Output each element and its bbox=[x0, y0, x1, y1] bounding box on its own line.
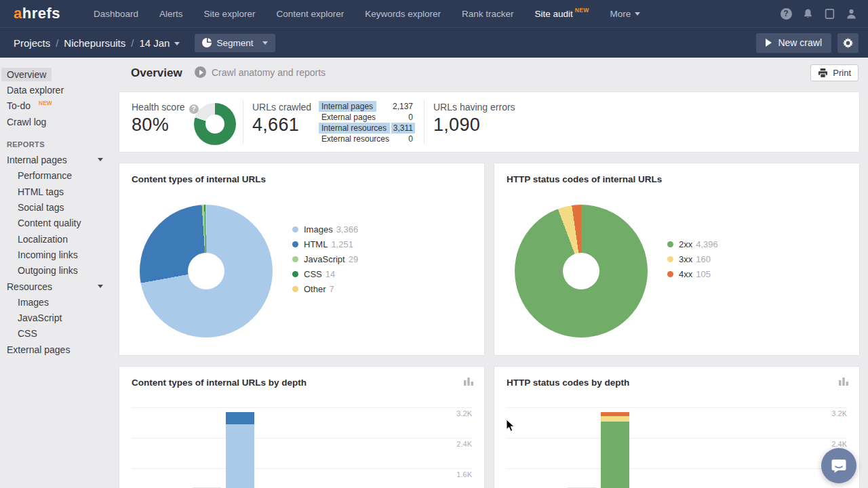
status-codes-donut-chart[interactable] bbox=[515, 205, 648, 338]
legend-value: 3,366 bbox=[336, 224, 359, 235]
sidebar-item-html-tags[interactable]: HTML tags bbox=[0, 184, 119, 199]
sidebar-item-resources[interactable]: Resources bbox=[0, 279, 119, 294]
gridline bbox=[507, 438, 847, 439]
sidebar-item-css[interactable]: CSS bbox=[0, 326, 119, 342]
legend-item-4xx[interactable]: 4xx105 bbox=[667, 269, 718, 279]
bar-segment-3xx[interactable] bbox=[601, 416, 629, 422]
sidebar-item-overview[interactable]: Overview bbox=[0, 66, 119, 82]
status-codes-by-depth-card: HTTP status codes by depth 3.2K2.4K1.6K bbox=[494, 366, 860, 488]
bar-segment-HTML[interactable] bbox=[226, 412, 254, 424]
sidebar-item-external-pages[interactable]: External pages bbox=[0, 342, 119, 357]
legend-label: JavaScript bbox=[304, 254, 345, 264]
legend-value: 160 bbox=[696, 254, 711, 264]
sidebar-item-outgoing-links[interactable]: Outgoing links bbox=[0, 263, 119, 279]
divider bbox=[424, 100, 425, 144]
help-icon[interactable]: ? bbox=[778, 6, 793, 21]
play-circle-icon bbox=[195, 66, 206, 78]
chevron-down-icon[interactable] bbox=[98, 285, 103, 288]
legend-value: 4,396 bbox=[696, 239, 718, 249]
content-types-legend: Images3,366HTML1,251JavaScript29CSS14Oth… bbox=[292, 163, 358, 355]
urls-crawled-value: 4,661 bbox=[252, 115, 299, 136]
sidebar-item-social-tags[interactable]: Social tags bbox=[0, 199, 119, 215]
legend-dot-icon bbox=[667, 256, 673, 262]
breakdown-row[interactable]: External pages0 bbox=[319, 112, 415, 123]
nav-more[interactable]: More bbox=[610, 9, 641, 19]
new-badge: NEW bbox=[39, 100, 52, 106]
status-codes-legend: 2xx4,3963xx1604xx105 bbox=[667, 163, 718, 355]
report-sidebar: Overview Data explorer To-doNEW Crawl lo… bbox=[0, 58, 119, 488]
sidebar-item-content-quality[interactable]: Content quality bbox=[0, 216, 119, 231]
sidebar-item-images[interactable]: Images bbox=[0, 294, 119, 310]
nav-dashboard[interactable]: Dashboard bbox=[94, 9, 138, 19]
status-codes-by-depth-plot[interactable]: 3.2K2.4K1.6K bbox=[494, 367, 859, 488]
top-navigation: ahrefs Dashboard Alerts Site explorer Co… bbox=[0, 0, 868, 27]
sidebar-item-performance[interactable]: Performance bbox=[0, 168, 119, 184]
breadcrumb-project-name[interactable]: Nichepursuits bbox=[64, 37, 125, 49]
bar-segment-Images[interactable] bbox=[226, 424, 254, 488]
legend-label: 3xx bbox=[679, 254, 692, 264]
user-account-icon[interactable] bbox=[844, 6, 859, 21]
chart-title: HTTP status codes of internal URLs bbox=[507, 174, 662, 184]
sidebar-item-crawl-log[interactable]: Crawl log bbox=[0, 114, 119, 129]
nav-content-explorer[interactable]: Content explorer bbox=[276, 9, 344, 19]
nav-rank-tracker[interactable]: Rank tracker bbox=[462, 9, 514, 19]
breakdown-row[interactable]: External resources0 bbox=[319, 134, 415, 144]
sidebar-item-incoming-links[interactable]: Incoming links bbox=[0, 247, 119, 262]
pie-segment-icon bbox=[202, 38, 212, 47]
sidebar-item-data-explorer[interactable]: Data explorer bbox=[0, 82, 119, 98]
breadcrumb-separator: / bbox=[56, 37, 58, 49]
new-crawl-button[interactable]: New crawl bbox=[756, 33, 831, 53]
breakdown-row[interactable]: Internal pages2,137 bbox=[319, 101, 415, 112]
sidebar-item-internal-pages[interactable]: Internal pages bbox=[0, 152, 119, 167]
legend-item-html[interactable]: HTML1,251 bbox=[292, 239, 358, 249]
gridline bbox=[132, 407, 472, 408]
apps-panel-icon[interactable] bbox=[822, 6, 837, 21]
bar-segment-2xx[interactable] bbox=[601, 422, 629, 488]
ahrefs-logo[interactable]: ahrefs bbox=[14, 5, 60, 22]
legend-item-3xx[interactable]: 3xx160 bbox=[667, 254, 718, 264]
legend-item-css[interactable]: CSS14 bbox=[292, 269, 358, 279]
breadcrumb-projects[interactable]: Projects bbox=[14, 37, 50, 49]
legend-item-javascript[interactable]: JavaScript29 bbox=[292, 254, 358, 264]
settings-gear-button[interactable] bbox=[837, 33, 859, 53]
legend-item-images[interactable]: Images3,366 bbox=[292, 224, 358, 235]
nav-right-icons: ? bbox=[778, 6, 859, 21]
legend-dot-icon bbox=[292, 226, 298, 232]
chat-icon bbox=[831, 458, 847, 474]
notifications-bell-icon[interactable] bbox=[800, 6, 815, 21]
content-types-by-depth-plot[interactable]: 3.2K2.4K1.6K bbox=[119, 367, 484, 488]
sidebar-reports-header: REPORTS bbox=[0, 136, 119, 152]
legend-dot-icon bbox=[667, 241, 673, 247]
project-toolbar: Projects / Nichepursuits / 14 Jan Segmen… bbox=[0, 27, 868, 58]
nav-alerts[interactable]: Alerts bbox=[159, 9, 183, 19]
content-types-donut-chart[interactable] bbox=[140, 205, 273, 338]
chat-widget-button[interactable] bbox=[821, 448, 856, 483]
breakdown-row[interactable]: Internal resources3,311 bbox=[319, 123, 415, 134]
nav-site-explorer[interactable]: Site explorer bbox=[204, 9, 256, 19]
divider bbox=[243, 100, 243, 144]
sidebar-item-localization[interactable]: Localization bbox=[0, 231, 119, 247]
health-score-label: Health score? bbox=[132, 102, 199, 113]
nav-site-audit[interactable]: Site auditNEW bbox=[535, 9, 589, 19]
gridline bbox=[507, 407, 847, 408]
status-codes-chart-card: HTTP status codes of internal URLs 2xx4,… bbox=[494, 163, 860, 356]
crawl-summary-card: Health score? 80% URLs crawled 4,661 Int… bbox=[119, 92, 860, 152]
sidebar-item-todo[interactable]: To-doNEW bbox=[0, 98, 119, 114]
segment-button[interactable]: Segment bbox=[195, 34, 275, 52]
urls-crawled-label: URLs crawled bbox=[252, 102, 311, 113]
nav-items: Dashboard Alerts Site explorer Content e… bbox=[73, 9, 640, 19]
print-button[interactable]: Print bbox=[810, 64, 859, 81]
y-axis-tick-label: 2.4K bbox=[831, 440, 847, 448]
breadcrumb-crawl-date[interactable]: 14 Jan bbox=[139, 37, 170, 49]
chevron-down-icon[interactable] bbox=[98, 158, 103, 161]
sidebar-item-javascript[interactable]: JavaScript bbox=[0, 310, 119, 325]
chevron-down-icon bbox=[262, 41, 268, 45]
crawl-anatomy-link[interactable]: Crawl anatomy and reports bbox=[195, 66, 326, 78]
legend-value: 7 bbox=[330, 284, 334, 294]
chevron-down-icon bbox=[174, 42, 180, 45]
nav-keywords-explorer[interactable]: Keywords explorer bbox=[365, 9, 441, 19]
legend-item-2xx[interactable]: 2xx4,396 bbox=[667, 239, 718, 249]
page-header: Overview Crawl anatomy and reports Print bbox=[119, 58, 868, 92]
legend-label: 2xx bbox=[679, 239, 692, 249]
legend-item-other[interactable]: Other7 bbox=[292, 284, 358, 294]
